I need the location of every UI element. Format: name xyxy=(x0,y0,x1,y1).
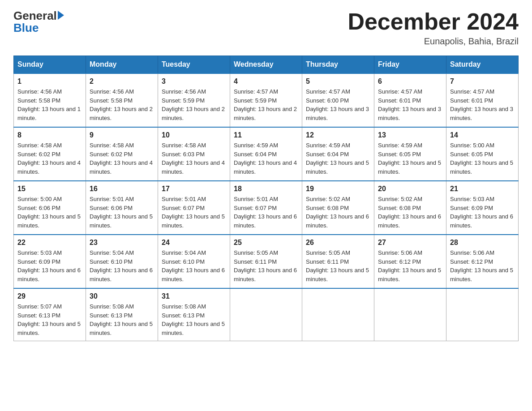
day-number: 13 xyxy=(378,131,442,139)
day-info: Sunrise: 4:58 AM Sunset: 6:02 PM Dayligh… xyxy=(90,141,154,176)
day-info: Sunrise: 5:00 AM Sunset: 6:06 PM Dayligh… xyxy=(17,195,82,230)
day-number: 31 xyxy=(162,292,226,300)
day-info: Sunrise: 5:01 AM Sunset: 6:06 PM Dayligh… xyxy=(90,195,154,230)
day-cell-3: 3 Sunrise: 4:56 AM Sunset: 5:59 PM Dayli… xyxy=(158,73,230,127)
day-cell-27: 27 Sunrise: 5:06 AM Sunset: 6:12 PM Dayl… xyxy=(374,235,446,288)
calendar-header-row: Sunday Monday Tuesday Wednesday Thursday… xyxy=(14,56,519,74)
day-number: 12 xyxy=(306,131,370,139)
day-number: 26 xyxy=(306,239,370,247)
day-cell-30: 30 Sunrise: 5:08 AM Sunset: 6:13 PM Dayl… xyxy=(86,288,158,341)
day-number: 27 xyxy=(378,239,442,247)
day-info: Sunrise: 5:04 AM Sunset: 6:10 PM Dayligh… xyxy=(90,248,154,283)
col-saturday: Saturday xyxy=(446,56,519,74)
day-number: 18 xyxy=(234,185,298,193)
day-cell-14: 14 Sunrise: 5:00 AM Sunset: 6:05 PM Dayl… xyxy=(446,127,519,181)
day-number: 21 xyxy=(450,185,515,193)
calendar-subtitle: Eunapolis, Bahia, Brazil xyxy=(348,36,519,47)
day-info: Sunrise: 4:59 AM Sunset: 6:04 PM Dayligh… xyxy=(306,141,370,176)
calendar-table: Sunday Monday Tuesday Wednesday Thursday… xyxy=(13,56,519,341)
day-cell-10: 10 Sunrise: 4:58 AM Sunset: 6:03 PM Dayl… xyxy=(158,127,230,181)
day-number: 2 xyxy=(90,77,154,86)
day-number: 9 xyxy=(90,131,154,139)
day-info: Sunrise: 5:06 AM Sunset: 6:12 PM Dayligh… xyxy=(378,248,442,283)
day-number: 7 xyxy=(450,77,515,86)
day-number: 11 xyxy=(234,131,298,139)
day-cell-5: 5 Sunrise: 4:57 AM Sunset: 6:00 PM Dayli… xyxy=(302,73,374,127)
day-info: Sunrise: 4:59 AM Sunset: 6:05 PM Dayligh… xyxy=(378,141,442,176)
day-number: 22 xyxy=(17,239,82,247)
day-number: 15 xyxy=(17,185,82,193)
day-info: Sunrise: 4:59 AM Sunset: 6:04 PM Dayligh… xyxy=(234,141,298,176)
empty-cell-4-5 xyxy=(374,288,446,341)
day-info: Sunrise: 4:58 AM Sunset: 6:02 PM Dayligh… xyxy=(17,141,82,176)
day-info: Sunrise: 4:57 AM Sunset: 6:01 PM Dayligh… xyxy=(450,87,515,122)
day-number: 23 xyxy=(90,239,154,247)
day-cell-9: 9 Sunrise: 4:58 AM Sunset: 6:02 PM Dayli… xyxy=(86,127,158,181)
day-number: 10 xyxy=(162,131,226,139)
day-number: 8 xyxy=(17,131,82,139)
day-number: 29 xyxy=(17,292,82,300)
day-info: Sunrise: 5:05 AM Sunset: 6:11 PM Dayligh… xyxy=(234,248,298,283)
day-info: Sunrise: 4:56 AM Sunset: 5:59 PM Dayligh… xyxy=(162,87,226,122)
day-number: 1 xyxy=(17,77,82,86)
day-number: 6 xyxy=(378,77,442,86)
logo-blue: Blue xyxy=(13,22,64,34)
day-number: 24 xyxy=(162,239,226,247)
day-number: 17 xyxy=(162,185,226,193)
day-info: Sunrise: 5:08 AM Sunset: 6:13 PM Dayligh… xyxy=(90,302,154,337)
week-row-1: 1 Sunrise: 4:56 AM Sunset: 5:58 PM Dayli… xyxy=(14,73,519,127)
day-info: Sunrise: 4:58 AM Sunset: 6:03 PM Dayligh… xyxy=(162,141,226,176)
day-info: Sunrise: 4:57 AM Sunset: 5:59 PM Dayligh… xyxy=(234,87,298,122)
day-cell-19: 19 Sunrise: 5:02 AM Sunset: 6:08 PM Dayl… xyxy=(302,181,374,235)
day-info: Sunrise: 5:07 AM Sunset: 6:13 PM Dayligh… xyxy=(17,302,82,337)
day-info: Sunrise: 5:00 AM Sunset: 6:05 PM Dayligh… xyxy=(450,141,515,176)
day-info: Sunrise: 4:57 AM Sunset: 6:01 PM Dayligh… xyxy=(378,87,442,122)
day-cell-28: 28 Sunrise: 5:06 AM Sunset: 6:12 PM Dayl… xyxy=(446,235,519,288)
calendar-title: December 2024 xyxy=(348,9,519,34)
day-info: Sunrise: 5:04 AM Sunset: 6:10 PM Dayligh… xyxy=(162,248,226,283)
col-tuesday: Tuesday xyxy=(158,56,230,74)
page-header: General Blue December 2024 Eunapolis, Ba… xyxy=(13,9,519,47)
day-info: Sunrise: 5:03 AM Sunset: 6:09 PM Dayligh… xyxy=(17,248,82,283)
day-info: Sunrise: 5:05 AM Sunset: 6:11 PM Dayligh… xyxy=(306,248,370,283)
day-info: Sunrise: 4:56 AM Sunset: 5:58 PM Dayligh… xyxy=(17,87,82,122)
day-cell-1: 1 Sunrise: 4:56 AM Sunset: 5:58 PM Dayli… xyxy=(14,73,86,127)
day-number: 30 xyxy=(90,292,154,300)
day-cell-22: 22 Sunrise: 5:03 AM Sunset: 6:09 PM Dayl… xyxy=(14,235,86,288)
week-row-4: 22 Sunrise: 5:03 AM Sunset: 6:09 PM Dayl… xyxy=(14,235,519,288)
day-cell-23: 23 Sunrise: 5:04 AM Sunset: 6:10 PM Dayl… xyxy=(86,235,158,288)
day-cell-12: 12 Sunrise: 4:59 AM Sunset: 6:04 PM Dayl… xyxy=(302,127,374,181)
week-row-2: 8 Sunrise: 4:58 AM Sunset: 6:02 PM Dayli… xyxy=(14,127,519,181)
day-cell-2: 2 Sunrise: 4:56 AM Sunset: 5:58 PM Dayli… xyxy=(86,73,158,127)
col-wednesday: Wednesday xyxy=(230,56,302,74)
day-cell-20: 20 Sunrise: 5:02 AM Sunset: 6:08 PM Dayl… xyxy=(374,181,446,235)
day-info: Sunrise: 4:56 AM Sunset: 5:58 PM Dayligh… xyxy=(90,87,154,122)
week-row-3: 15 Sunrise: 5:00 AM Sunset: 6:06 PM Dayl… xyxy=(14,181,519,235)
day-cell-18: 18 Sunrise: 5:01 AM Sunset: 6:07 PM Dayl… xyxy=(230,181,302,235)
day-cell-15: 15 Sunrise: 5:00 AM Sunset: 6:06 PM Dayl… xyxy=(14,181,86,235)
day-number: 3 xyxy=(162,77,226,86)
day-cell-31: 31 Sunrise: 5:08 AM Sunset: 6:13 PM Dayl… xyxy=(158,288,230,341)
day-info: Sunrise: 5:01 AM Sunset: 6:07 PM Dayligh… xyxy=(162,195,226,230)
day-info: Sunrise: 5:02 AM Sunset: 6:08 PM Dayligh… xyxy=(378,195,442,230)
day-info: Sunrise: 4:57 AM Sunset: 6:00 PM Dayligh… xyxy=(306,87,370,122)
day-cell-13: 13 Sunrise: 4:59 AM Sunset: 6:05 PM Dayl… xyxy=(374,127,446,181)
day-cell-7: 7 Sunrise: 4:57 AM Sunset: 6:01 PM Dayli… xyxy=(446,73,519,127)
day-info: Sunrise: 5:02 AM Sunset: 6:08 PM Dayligh… xyxy=(306,195,370,230)
logo: General Blue xyxy=(13,9,64,34)
day-number: 19 xyxy=(306,185,370,193)
day-cell-17: 17 Sunrise: 5:01 AM Sunset: 6:07 PM Dayl… xyxy=(158,181,230,235)
day-number: 16 xyxy=(90,185,154,193)
day-cell-25: 25 Sunrise: 5:05 AM Sunset: 6:11 PM Dayl… xyxy=(230,235,302,288)
col-monday: Monday xyxy=(86,56,158,74)
day-info: Sunrise: 5:06 AM Sunset: 6:12 PM Dayligh… xyxy=(450,248,515,283)
logo-triangle-icon xyxy=(58,11,64,20)
day-cell-24: 24 Sunrise: 5:04 AM Sunset: 6:10 PM Dayl… xyxy=(158,235,230,288)
day-cell-16: 16 Sunrise: 5:01 AM Sunset: 6:06 PM Dayl… xyxy=(86,181,158,235)
day-number: 4 xyxy=(234,77,298,86)
day-number: 20 xyxy=(378,185,442,193)
day-number: 5 xyxy=(306,77,370,86)
day-number: 25 xyxy=(234,239,298,247)
day-cell-8: 8 Sunrise: 4:58 AM Sunset: 6:02 PM Dayli… xyxy=(14,127,86,181)
day-info: Sunrise: 5:08 AM Sunset: 6:13 PM Dayligh… xyxy=(162,302,226,337)
